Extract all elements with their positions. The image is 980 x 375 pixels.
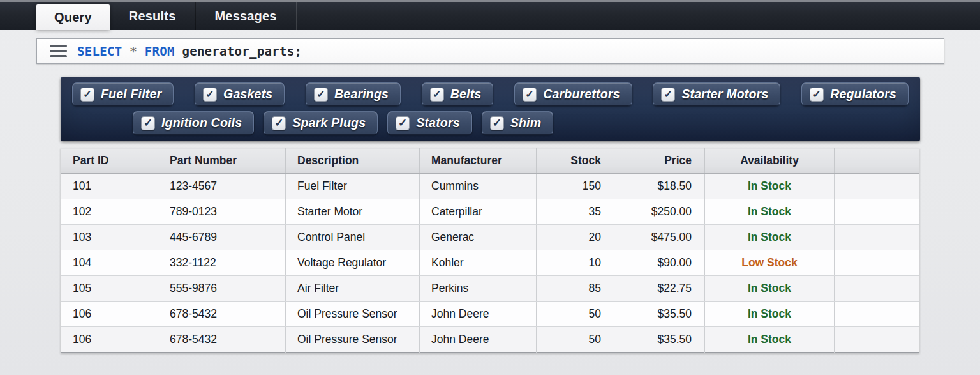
cell-availability: In Stock [705, 225, 835, 250]
checkbox-checked-icon[interactable]: ✓ [430, 88, 444, 102]
column-header-stock: Stock [537, 148, 614, 174]
cell-description: Oil Pressure Sensor [286, 327, 420, 353]
table-row[interactable]: 106678-5432Oil Pressure SensorJohn Deere… [61, 302, 919, 327]
cell-part-id: 102 [61, 199, 158, 225]
filter-chip-belts[interactable]: ✓Belts [422, 82, 494, 106]
cell-part-number: 332-1122 [158, 250, 286, 276]
filter-chip-label: Shim [510, 116, 541, 130]
table-row[interactable]: 106678-5432Oil Pressure SensorJohn Deere… [61, 327, 919, 353]
filter-chip-label: Stators [416, 116, 460, 130]
cell-availability: In Stock [705, 302, 835, 327]
filter-chip-row: ✓Ignition Coils✓Spark Plugs✓Stators✓Shim [133, 111, 909, 135]
checkbox-checked-icon[interactable]: ✓ [523, 88, 537, 102]
cell-availability: In Stock [705, 276, 835, 302]
checkbox-checked-icon[interactable]: ✓ [490, 116, 504, 130]
table-body: 101123-4567Fuel FilterCummins150$18.50In… [61, 174, 919, 353]
filter-chip-label: Gaskets [223, 87, 272, 102]
checkbox-checked-icon[interactable]: ✓ [314, 88, 328, 102]
cell-stock: 10 [537, 250, 614, 276]
cell-price: $475.00 [614, 225, 705, 250]
menu-icon[interactable] [50, 45, 67, 57]
cell-spacer [835, 174, 919, 199]
column-header-description: Description [286, 148, 420, 174]
cell-manufacturer: Perkins [420, 276, 537, 302]
cell-description: Fuel Filter [286, 174, 420, 199]
column-header-spacer [835, 148, 919, 174]
sql-query-bar[interactable]: SELECT * FROM generator_parts; [36, 38, 944, 64]
sql-query-text[interactable]: SELECT * FROM generator_parts; [77, 44, 302, 58]
cell-spacer [835, 250, 919, 276]
column-header-part-number: Part Number [158, 148, 286, 174]
table-header-row: Part IDPart NumberDescriptionManufacture… [61, 148, 919, 174]
column-header-manufacturer: Manufacturer [420, 148, 537, 174]
filter-chip-carburettors[interactable]: ✓Carburettors [514, 82, 632, 106]
table-row[interactable]: 103445-6789Control PanelGenerac20$475.00… [61, 225, 919, 250]
cell-spacer [835, 225, 919, 250]
cell-part-id: 106 [61, 302, 158, 327]
results-table: Part IDPart NumberDescriptionManufacture… [61, 148, 919, 353]
cell-description: Control Panel [286, 225, 420, 250]
checkbox-checked-icon[interactable]: ✓ [661, 88, 675, 102]
filter-panel: ✓Fuel Filter✓Gaskets✓Bearings✓Belts✓Carb… [61, 77, 920, 141]
cell-manufacturer: Generac [420, 225, 537, 250]
cell-stock: 50 [537, 302, 614, 327]
table-row[interactable]: 105555-9876Air FilterPerkins85$22.75In S… [61, 276, 919, 302]
column-header-price: Price [614, 148, 705, 174]
cell-part-number: 678-5432 [158, 302, 286, 327]
cell-availability: In Stock [705, 327, 835, 353]
cell-description: Air Filter [286, 276, 420, 302]
table-row[interactable]: 102789-0123Starter MotorCaterpillar35$25… [61, 199, 919, 225]
cell-description: Starter Motor [286, 199, 420, 225]
sql-keyword-select: SELECT [77, 44, 122, 58]
filter-chip-ignition-coils[interactable]: ✓Ignition Coils [133, 111, 254, 135]
filter-chip-spark-plugs[interactable]: ✓Spark Plugs [264, 111, 378, 135]
cell-price: $250.00 [614, 199, 705, 225]
checkbox-checked-icon[interactable]: ✓ [80, 88, 94, 102]
cell-manufacturer: Caterpillar [420, 199, 537, 225]
cell-manufacturer: John Deere [420, 327, 537, 353]
checkbox-checked-icon[interactable]: ✓ [396, 116, 410, 130]
filter-chip-starter-motors[interactable]: ✓Starter Motors [653, 82, 780, 106]
cell-part-id: 101 [61, 174, 158, 199]
filter-chip-label: Starter Motors [681, 87, 768, 102]
filter-chip-shim[interactable]: ✓Shim [482, 111, 553, 135]
cell-spacer [835, 276, 919, 302]
tab-bar: Query Results Messages [0, 0, 980, 30]
tab-query[interactable]: Query [36, 4, 110, 30]
checkbox-checked-icon[interactable]: ✓ [272, 116, 286, 130]
filter-chip-row: ✓Fuel Filter✓Gaskets✓Bearings✓Belts✓Carb… [72, 82, 909, 106]
tab-messages[interactable]: Messages [195, 2, 296, 30]
filter-chip-bearings[interactable]: ✓Bearings [306, 82, 401, 106]
cell-part-id: 103 [61, 225, 158, 250]
filter-chip-gaskets[interactable]: ✓Gaskets [195, 82, 285, 106]
cell-price: $35.50 [614, 302, 705, 327]
cell-part-id: 106 [61, 327, 158, 353]
cell-price: $35.50 [614, 327, 705, 353]
table-row[interactable]: 104332-1122Voltage RegulatorKohler10$90.… [61, 250, 919, 276]
cell-part-number: 678-5432 [158, 327, 286, 353]
filter-chip-regulators[interactable]: ✓Regulators [801, 82, 909, 106]
cell-spacer [835, 199, 919, 225]
cell-price: $22.75 [614, 276, 705, 302]
checkbox-checked-icon[interactable]: ✓ [141, 116, 155, 130]
cell-stock: 20 [537, 225, 614, 250]
table-row[interactable]: 101123-4567Fuel FilterCummins150$18.50In… [61, 174, 919, 199]
cell-spacer [835, 327, 919, 353]
filter-chip-fuel-filter[interactable]: ✓Fuel Filter [72, 82, 174, 106]
checkbox-checked-icon[interactable]: ✓ [203, 88, 217, 102]
cell-stock: 35 [537, 199, 614, 225]
cell-price: $90.00 [614, 250, 705, 276]
checkbox-checked-icon[interactable]: ✓ [810, 88, 824, 102]
cell-stock: 85 [537, 276, 614, 302]
filter-chip-label: Belts [450, 87, 482, 102]
cell-availability: In Stock [705, 174, 835, 199]
filter-chip-label: Fuel Filter [101, 87, 161, 102]
cell-part-number: 123-4567 [158, 174, 286, 199]
sql-keyword-from: FROM [145, 44, 175, 58]
filter-chip-label: Bearings [334, 87, 389, 102]
cell-availability: In Stock [705, 199, 835, 225]
tab-results[interactable]: Results [110, 2, 196, 30]
cell-availability: Low Stock [705, 250, 835, 276]
filter-chip-stators[interactable]: ✓Stators [387, 111, 472, 135]
cell-part-id: 105 [61, 276, 158, 302]
